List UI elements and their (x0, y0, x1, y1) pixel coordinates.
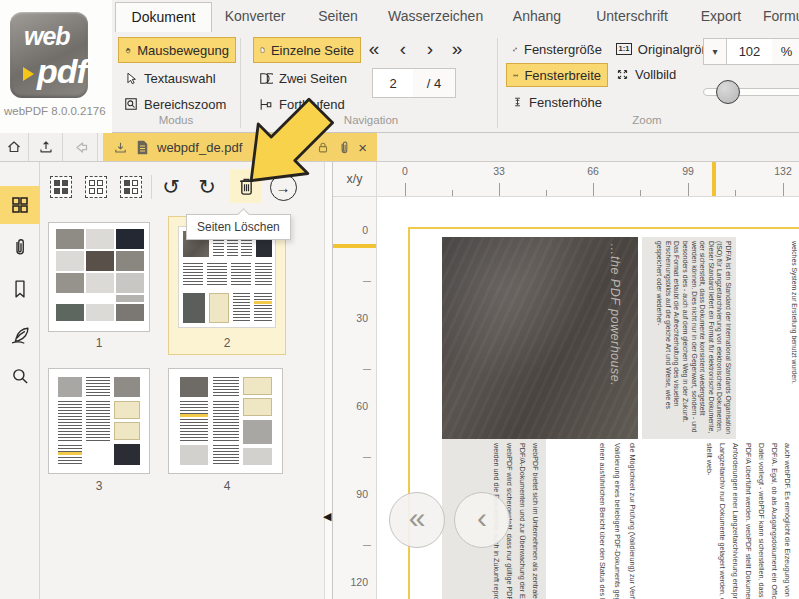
fortlaufend-button[interactable]: Fortlaufend (253, 92, 361, 116)
page-number-2: 2 (217, 336, 237, 350)
thumbnail-4-preview (177, 374, 275, 468)
select-all-icon (50, 176, 72, 198)
zoom-slider[interactable] (716, 80, 740, 104)
fenstergroesse-button[interactable]: Fenstergröße (506, 38, 608, 60)
open-upload-button[interactable] (29, 133, 63, 161)
tab-formulare[interactable]: Formulare (763, 2, 799, 31)
einzelne-seite-label: Einzelne Seite (271, 43, 354, 58)
zwei-seiten-button[interactable]: Zwei Seiten (253, 66, 361, 90)
h-tick-label: 99 (673, 165, 703, 177)
home-button[interactable] (0, 133, 29, 161)
document-title: webpdf_de.pdf (157, 140, 308, 155)
group-label-navigation: Navigation (245, 114, 497, 126)
close-icon[interactable]: × (358, 140, 367, 155)
collapse-panel-icon[interactable]: ◀ (323, 510, 331, 523)
tab-anhang[interactable]: Anhang (510, 2, 564, 31)
page-number-3: 3 (89, 479, 109, 493)
move-pages-button[interactable]: → (266, 172, 300, 202)
tab-dokument[interactable]: Dokument (115, 2, 212, 32)
sidebar-item-attachments[interactable] (0, 230, 39, 264)
fensterbreite-button[interactable]: Fensterbreite (506, 63, 608, 87)
tab-unterschrift[interactable]: Unterschrift (594, 2, 670, 31)
zwei-seiten-label: Zwei Seiten (279, 71, 347, 86)
fortlaufend-label: Fortlaufend (279, 97, 345, 112)
v-tick-label: 30 (338, 312, 368, 324)
previous-page-button[interactable]: ‹ (391, 37, 415, 61)
group-label-modus: Modus (112, 114, 240, 126)
page-thumbnail-4[interactable] (168, 368, 283, 474)
upload-icon (38, 139, 54, 155)
v-tick-label: 60 (338, 400, 368, 412)
fensterbreite-label: Fensterbreite (524, 68, 601, 83)
rotate-left-button[interactable]: ↺ (156, 172, 186, 202)
sidebar-item-search[interactable] (0, 359, 39, 393)
document-canvas[interactable]: …the PDF powerhouse. PDF/A ist ein Stand… (377, 197, 799, 599)
page-thumbnail-3[interactable] (48, 368, 150, 474)
ruler-corner-label: x/y (333, 162, 377, 197)
trash-icon (237, 176, 256, 197)
h-tick-label: 66 (578, 165, 608, 177)
rotate-right-button[interactable]: ↻ (192, 172, 222, 202)
webpdf-logo: web pdf (10, 12, 88, 98)
deselect-all-pages-button[interactable] (81, 172, 111, 202)
thumbnails-grid-icon (10, 195, 30, 215)
sidebar-item-signature[interactable] (0, 317, 39, 353)
select-all-pages-button[interactable] (46, 172, 76, 202)
fit-width-icon (513, 69, 518, 82)
last-page-button[interactable]: » (445, 37, 469, 61)
rotate-left-icon: ↺ (162, 176, 180, 198)
v-tick-label: 0 (338, 224, 368, 236)
textauswahl-button[interactable]: Textauswahl (118, 66, 236, 90)
page-thumbnail-1[interactable] (48, 222, 150, 332)
back-button[interactable] (63, 133, 98, 161)
v-tick-label: 120 (338, 576, 368, 588)
go-first-page-button[interactable]: « (389, 492, 445, 548)
page-total-label: / 4 (413, 68, 456, 98)
panel-scrollbar[interactable] (324, 162, 333, 599)
invert-selection-button[interactable] (116, 172, 146, 202)
tab-wasserzeichen[interactable]: Wasserzeichen (388, 2, 480, 31)
fensterhoehe-button[interactable]: Fensterhöhe (506, 91, 608, 113)
pdf-text-block: welches System zur Erstellung benutzt wu… (778, 237, 799, 439)
pdf-text-block: die Möglichkeit zur Prüfung (Validierung… (550, 439, 644, 599)
hand-icon (125, 43, 131, 58)
paperclip-icon[interactable] (338, 140, 350, 155)
group-label-zoom: Zoom (497, 114, 797, 126)
tab-seiten[interactable]: Seiten (315, 2, 361, 31)
fit-window-icon (512, 43, 518, 56)
thumbnail-1-preview (56, 229, 144, 325)
horizontal-ruler: 0 33 66 99 132 (377, 162, 799, 197)
first-page-button[interactable]: « (362, 37, 386, 61)
home-icon (6, 139, 22, 155)
pdf-page-image: …the PDF powerhouse. (442, 237, 638, 439)
file-icon (136, 140, 149, 155)
delete-pages-button[interactable] (230, 169, 262, 203)
vollbild-button[interactable]: Vollbild (610, 63, 722, 85)
tab-konverter[interactable]: Konverter (222, 2, 288, 31)
zoom-value-input[interactable] (726, 38, 773, 65)
bookmark-icon (11, 278, 29, 300)
einzelne-seite-button[interactable]: Einzelne Seite (253, 37, 361, 63)
tooltip: Seiten Löschen (186, 214, 291, 240)
sidebar-item-thumbnails[interactable] (0, 186, 39, 224)
document-tab[interactable]: webpdf_de.pdf × (103, 133, 377, 161)
logo-area: web pdf webPDF 8.0.0.2176 (0, 0, 112, 133)
sidebar-item-bookmarks[interactable] (0, 272, 39, 306)
tab-export[interactable]: Export (698, 2, 744, 31)
mausbewegung-button[interactable]: Mausbewegung (118, 37, 236, 63)
continuous-icon (259, 98, 273, 111)
back-arrow-icon (72, 140, 89, 155)
textauswahl-label: Textauswahl (144, 71, 216, 86)
next-page-button[interactable]: › (418, 37, 442, 61)
group-divider (240, 38, 241, 128)
download-icon (113, 140, 128, 155)
bereichszoom-button[interactable]: Bereichszoom (118, 92, 236, 116)
page-number-input[interactable] (372, 68, 414, 98)
v-tick-label: 90 (338, 488, 368, 500)
vertical-ruler: 0 30 60 90 120 (333, 197, 377, 599)
zoom-dropdown-button[interactable]: ▾ (703, 38, 727, 65)
pdf-text-block: PDF/A ist ein Standard der International… (642, 237, 736, 439)
search-icon (10, 366, 30, 386)
logo-word-pdf: pdf (37, 52, 87, 91)
go-previous-page-button[interactable]: ‹ (454, 492, 510, 548)
